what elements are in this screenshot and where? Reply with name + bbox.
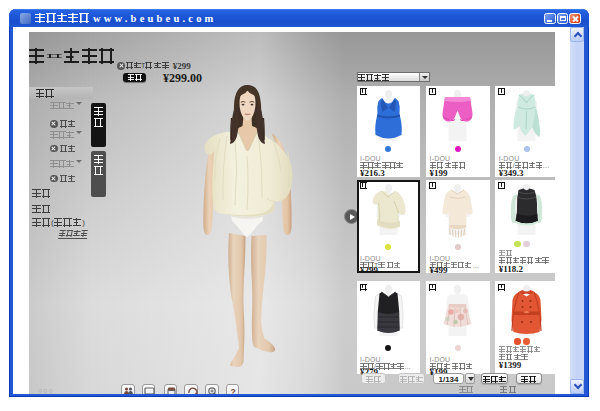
svg-text:?: ? bbox=[230, 387, 235, 394]
